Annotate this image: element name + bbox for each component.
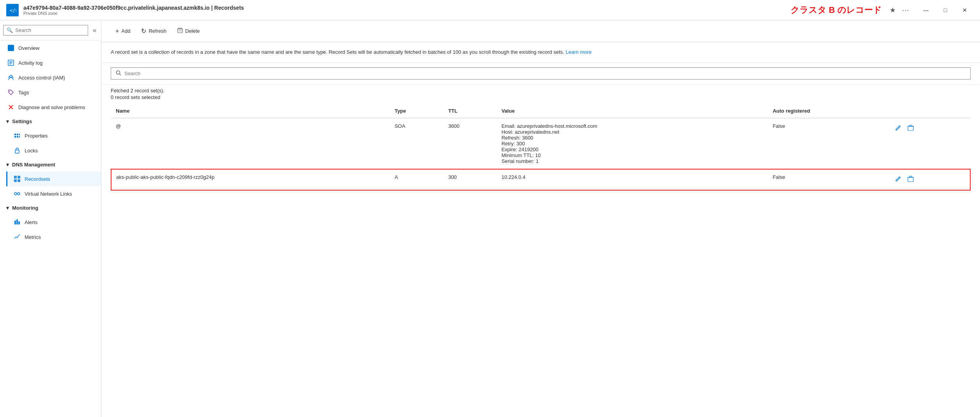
cell-name-1: aks-public-aks-public-fqdn-c209fd-rzz0g2… bbox=[111, 169, 390, 190]
add-button-label: Add bbox=[121, 28, 130, 34]
resource-type: Private DNS zone bbox=[23, 11, 244, 16]
selected-count: 0 record sets selected bbox=[111, 94, 971, 100]
recordsets-table-container: Name Type TTL Value Auto registered @ SO… bbox=[101, 104, 980, 191]
favorite-button[interactable]: ★ bbox=[888, 5, 897, 15]
cell-value-1: 10.224.0.4 bbox=[497, 169, 768, 190]
svg-rect-13 bbox=[14, 134, 16, 135]
window-controls: — □ ✕ bbox=[917, 4, 974, 16]
col-ttl: TTL bbox=[444, 104, 497, 118]
monitoring-group-items: Alerts Metrics bbox=[0, 215, 101, 244]
sidebar-item-properties[interactable]: Properties bbox=[6, 128, 101, 143]
sidebar-item-diagnose-label: Diagnose and solve problems bbox=[18, 104, 85, 110]
col-type: Type bbox=[390, 104, 444, 118]
learn-more-link[interactable]: Learn more bbox=[566, 49, 591, 55]
svg-rect-28 bbox=[16, 219, 18, 224]
sidebar-item-activity-log[interactable]: Activity log bbox=[0, 55, 101, 70]
cell-ttl-0: 3600 bbox=[444, 118, 497, 169]
search-icon bbox=[116, 70, 121, 77]
table-row: aks-public-aks-public-fqdn-c209fd-rzz0g2… bbox=[111, 169, 970, 190]
edit-button-0[interactable] bbox=[893, 123, 903, 134]
sidebar-item-locks-label: Locks bbox=[25, 148, 38, 154]
sidebar-item-recordsets[interactable]: Recordsets bbox=[6, 171, 101, 186]
sidebar-item-alerts[interactable]: Alerts bbox=[6, 215, 101, 230]
svg-rect-2 bbox=[8, 45, 14, 51]
svg-rect-21 bbox=[18, 176, 20, 178]
search-input[interactable] bbox=[124, 71, 966, 76]
svg-rect-15 bbox=[17, 134, 18, 135]
sidebar-collapse-button[interactable]: « bbox=[91, 25, 98, 35]
delete-button-label: Delete bbox=[185, 28, 200, 34]
monitoring-group-label: Monitoring bbox=[12, 205, 38, 211]
edit-button-1[interactable] bbox=[893, 174, 903, 185]
tags-icon bbox=[7, 89, 14, 96]
dns-management-group-items: Recordsets Virtual Network Links bbox=[0, 171, 101, 201]
svg-rect-16 bbox=[17, 136, 18, 138]
svg-rect-37 bbox=[908, 126, 913, 131]
sidebar-item-metrics[interactable]: Metrics bbox=[6, 230, 101, 244]
cell-value-0: Email: azureprivatedns-host.microsoft.co… bbox=[497, 118, 768, 169]
monitoring-group-header[interactable]: ▾ Monitoring bbox=[0, 201, 101, 215]
sidebar-item-access-control[interactable]: Access control (IAM) bbox=[0, 70, 101, 85]
refresh-button[interactable]: ↻ Refresh bbox=[136, 25, 171, 37]
dns-management-group-label: DNS Management bbox=[12, 162, 55, 168]
svg-rect-19 bbox=[15, 150, 19, 153]
more-button[interactable]: ⋯ bbox=[900, 5, 911, 15]
title-actions: ★ ⋯ bbox=[888, 5, 911, 15]
properties-icon bbox=[14, 132, 21, 139]
access-control-icon bbox=[7, 74, 14, 81]
close-button[interactable]: ✕ bbox=[956, 4, 974, 16]
title-text-block: a47e9794-80a7-4088-9a92-3706e050f9cc.pri… bbox=[23, 5, 244, 16]
overview-icon bbox=[7, 44, 14, 51]
delete-button[interactable]: Delete bbox=[173, 25, 205, 37]
sidebar: 🔍 « Overview Activi bbox=[0, 20, 101, 417]
settings-group-items: Properties Locks bbox=[0, 128, 101, 158]
sidebar-item-activity-log-label: Activity log bbox=[18, 60, 42, 66]
cell-name-0: @ bbox=[111, 118, 390, 169]
svg-rect-20 bbox=[14, 176, 17, 178]
description-section: A record set is a collection of records … bbox=[101, 42, 980, 63]
search-input-box[interactable] bbox=[111, 67, 971, 80]
svg-rect-23 bbox=[18, 179, 20, 182]
svg-rect-30 bbox=[178, 29, 182, 33]
delete-row-button-0[interactable] bbox=[906, 123, 915, 134]
svg-line-36 bbox=[120, 74, 121, 75]
svg-point-24 bbox=[14, 193, 17, 195]
sidebar-item-locks[interactable]: Locks bbox=[6, 143, 101, 158]
add-button[interactable]: + Add bbox=[111, 25, 135, 37]
sidebar-item-diagnose[interactable]: Diagnose and solve problems bbox=[0, 100, 101, 115]
settings-group-header[interactable]: ▾ Settings bbox=[0, 115, 101, 128]
sidebar-search-input[interactable] bbox=[15, 27, 85, 33]
virtual-network-links-icon bbox=[14, 190, 21, 197]
refresh-icon: ↻ bbox=[141, 27, 146, 35]
col-value: Value bbox=[497, 104, 768, 118]
delete-icon bbox=[177, 28, 183, 35]
sidebar-search-box[interactable]: 🔍 bbox=[3, 25, 88, 35]
title-bar: </> a47e9794-80a7-4088-9a92-3706e050f9cc… bbox=[0, 0, 980, 20]
alerts-icon bbox=[14, 219, 21, 226]
recordsets-table: Name Type TTL Value Auto registered @ SO… bbox=[111, 104, 971, 191]
svg-rect-17 bbox=[19, 134, 20, 135]
sidebar-navigation: Overview Activity log Access control (IA… bbox=[0, 41, 101, 417]
sidebar-item-alerts-label: Alerts bbox=[25, 219, 37, 225]
row-actions-0 bbox=[893, 123, 966, 134]
dns-management-group-header[interactable]: ▾ DNS Management bbox=[0, 158, 101, 171]
delete-row-button-1[interactable] bbox=[906, 174, 915, 185]
sidebar-item-overview[interactable]: Overview bbox=[0, 41, 101, 55]
maximize-button[interactable]: □ bbox=[936, 4, 954, 16]
fetched-count: Fetched 2 record set(s). bbox=[111, 88, 971, 94]
toolbar: + Add ↻ Refresh Delete bbox=[101, 20, 980, 42]
svg-point-10 bbox=[9, 91, 10, 92]
sidebar-item-access-control-label: Access control (IAM) bbox=[18, 75, 65, 81]
chevron-down-icon: ▾ bbox=[6, 118, 9, 124]
sidebar-item-virtual-network-links[interactable]: Virtual Network Links bbox=[6, 186, 101, 201]
sidebar-item-metrics-label: Metrics bbox=[25, 234, 41, 240]
sidebar-item-tags[interactable]: Tags bbox=[0, 85, 101, 100]
settings-group-label: Settings bbox=[12, 118, 32, 124]
main-layout: 🔍 « Overview Activi bbox=[0, 20, 980, 417]
minimize-button[interactable]: — bbox=[917, 4, 935, 16]
diagnose-icon bbox=[7, 104, 14, 111]
svg-rect-42 bbox=[909, 176, 912, 177]
sidebar-item-overview-label: Overview bbox=[18, 45, 39, 51]
sidebar-item-recordsets-label: Recordsets bbox=[25, 176, 50, 182]
title-bar-left: </> a47e9794-80a7-4088-9a92-3706e050f9cc… bbox=[6, 4, 244, 16]
